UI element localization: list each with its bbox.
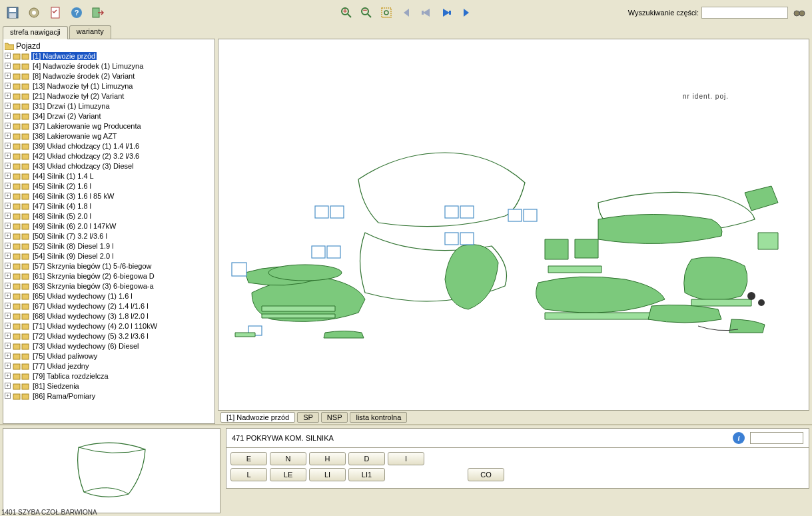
- tree-item[interactable]: +[50] Silnik (7) 3.2 l/3.6 l: [5, 231, 213, 241]
- op-button[interactable]: H: [309, 452, 346, 465]
- op-button[interactable]: I: [388, 452, 424, 465]
- tab-navigation[interactable]: strefa nawigacji: [3, 26, 68, 39]
- co-button[interactable]: CO: [468, 468, 504, 481]
- tree-view[interactable]: Pojazd +[1] Nadwozie przód+[4] Nadwozie …: [3, 39, 215, 424]
- tree-item[interactable]: +[77] Układ jezdny: [5, 361, 213, 371]
- binoculars-icon[interactable]: [791, 4, 808, 21]
- tree-item[interactable]: +[75] Układ paliwowy: [5, 351, 213, 361]
- tree-item[interactable]: +[72] Układ wydechowy (5) 3.2 l/3.6 l: [5, 331, 213, 341]
- tree-item[interactable]: +[45] Silnik (2) 1.6 l: [5, 181, 213, 191]
- expander-icon[interactable]: +: [5, 333, 11, 339]
- expander-icon[interactable]: +: [5, 363, 11, 369]
- tab-variants[interactable]: warianty: [69, 25, 111, 39]
- expander-icon[interactable]: +: [5, 133, 11, 139]
- canvas-tab-main[interactable]: [1] Nadwozie przód: [220, 412, 295, 423]
- tree-item[interactable]: +[44] Silnik (1) 1.4 L: [5, 171, 213, 181]
- canvas-tab-checklist[interactable]: lista kontrolna: [350, 412, 407, 423]
- tree-item[interactable]: +[39] Układ chłodzący (1) 1.4 l/1.6: [5, 141, 213, 151]
- tree-item[interactable]: +[63] Skrzynia biegów (3) 6-biegowa-a: [5, 281, 213, 291]
- tree-item[interactable]: +[81] Siedzenia: [5, 381, 213, 391]
- expander-icon[interactable]: +: [5, 213, 11, 219]
- expander-icon[interactable]: +: [5, 53, 11, 59]
- tree-item[interactable]: +[13] Nadwozie tył (1) Limuzyna: [5, 81, 213, 91]
- clipboard-check-icon[interactable]: [47, 4, 64, 21]
- expander-icon[interactable]: +: [5, 293, 11, 299]
- expander-icon[interactable]: +: [5, 263, 11, 269]
- expander-icon[interactable]: +: [5, 343, 11, 349]
- expander-icon[interactable]: +: [5, 93, 11, 99]
- nav-next-icon[interactable]: [438, 4, 455, 21]
- op-button[interactable]: L: [230, 468, 267, 481]
- op-button[interactable]: N: [270, 452, 306, 465]
- tree-item[interactable]: +[73] Układ wydechowy (6) Diesel: [5, 341, 213, 351]
- expander-icon[interactable]: +: [5, 223, 11, 229]
- expander-icon[interactable]: +: [5, 63, 11, 69]
- tree-item[interactable]: +[38] Lakierowanie wg AZT: [5, 131, 213, 141]
- tree-item[interactable]: +[8] Nadwozie środek (2) Variant: [5, 71, 213, 81]
- expander-icon[interactable]: +: [5, 323, 11, 329]
- zoom-fit-icon[interactable]: [378, 4, 395, 21]
- expander-icon[interactable]: +: [5, 153, 11, 159]
- expander-icon[interactable]: +: [5, 103, 11, 109]
- tree-item[interactable]: +[47] Silnik (4) 1.8 l: [5, 201, 213, 211]
- nav-last-icon[interactable]: [458, 4, 475, 21]
- expander-icon[interactable]: +: [5, 273, 11, 279]
- tree-item[interactable]: +[4] Nadwozie środek (1) Limuzyna: [5, 61, 213, 71]
- tree-item[interactable]: +[48] Silnik (5) 2.0 l: [5, 211, 213, 221]
- nav-prev-icon[interactable]: [418, 4, 435, 21]
- tree-item[interactable]: +[43] Układ chłodzący (3) Diesel: [5, 161, 213, 171]
- tree-item[interactable]: +[46] Silnik (3) 1.6 l 85 kW: [5, 191, 213, 201]
- expander-icon[interactable]: +: [5, 233, 11, 239]
- expander-icon[interactable]: +: [5, 203, 11, 209]
- expander-icon[interactable]: +: [5, 393, 11, 399]
- tree-item[interactable]: +[68] Układ wydechowy (3) 1.8 l/2.0 l: [5, 311, 213, 321]
- diagram-viewport[interactable]: nr ident. poj.: [218, 39, 809, 411]
- expander-icon[interactable]: +: [5, 173, 11, 179]
- expander-icon[interactable]: +: [5, 193, 11, 199]
- tree-item[interactable]: +[71] Układ wydechowy (4) 2.0 l 110kW: [5, 321, 213, 331]
- op-button[interactable]: LE: [270, 468, 306, 481]
- tree-item[interactable]: +[21] Nadwozie tył (2) Variant: [5, 91, 213, 101]
- expander-icon[interactable]: +: [5, 313, 11, 319]
- tree-item[interactable]: +[86] Rama/Pomiary: [5, 391, 213, 401]
- tree-item[interactable]: +[61] Skrzynia biegów (2) 6-biegowa D: [5, 271, 213, 281]
- tree-item[interactable]: +[31] Drzwi (1) Limuzyna: [5, 101, 213, 111]
- save-icon[interactable]: [4, 4, 21, 21]
- canvas-tab-nsp[interactable]: NSP: [321, 412, 348, 423]
- expander-icon[interactable]: +: [5, 83, 11, 89]
- op-button[interactable]: LI: [309, 468, 346, 481]
- canvas-tab-sp[interactable]: SP: [297, 412, 319, 423]
- search-input[interactable]: [701, 7, 788, 19]
- info-icon[interactable]: i: [733, 432, 745, 444]
- tree-item[interactable]: +[67] Układ wydechowy (2) 1.4 l/1.6 l: [5, 301, 213, 311]
- tree-item[interactable]: +[65] Układ wydechowy (1) 1.6 l: [5, 291, 213, 301]
- zoom-in-icon[interactable]: +: [338, 4, 355, 21]
- op-button[interactable]: E: [230, 452, 267, 465]
- expander-icon[interactable]: +: [5, 73, 11, 79]
- tree-item[interactable]: +[42] Układ chłodzący (2) 3.2 l/3.6: [5, 151, 213, 161]
- expander-icon[interactable]: +: [5, 373, 11, 379]
- part-code-input[interactable]: [750, 432, 803, 444]
- zoom-out-icon[interactable]: −: [358, 4, 375, 21]
- tree-item[interactable]: +[54] Silnik (9) Diesel 2.0 l: [5, 251, 213, 261]
- help-icon[interactable]: ?: [68, 4, 85, 21]
- expander-icon[interactable]: +: [5, 113, 11, 119]
- op-button[interactable]: D: [348, 452, 385, 465]
- tree-item[interactable]: +[79] Tablica rozdzielcza: [5, 371, 213, 381]
- expander-icon[interactable]: +: [5, 243, 11, 249]
- tree-item[interactable]: +[52] Silnik (8) Diesel 1.9 l: [5, 241, 213, 251]
- expander-icon[interactable]: +: [5, 143, 11, 149]
- expander-icon[interactable]: +: [5, 383, 11, 389]
- gear-icon[interactable]: [25, 4, 43, 21]
- expander-icon[interactable]: +: [5, 283, 11, 289]
- expander-icon[interactable]: +: [5, 163, 11, 169]
- expander-icon[interactable]: +: [5, 253, 11, 259]
- expander-icon[interactable]: +: [5, 303, 11, 309]
- tree-item[interactable]: +[57] Skrzynia biegów (1) 5-/6-biegow: [5, 261, 213, 271]
- tree-item[interactable]: +[1] Nadwozie przód: [5, 51, 213, 61]
- expander-icon[interactable]: +: [5, 123, 11, 129]
- nav-first-icon[interactable]: [398, 4, 415, 21]
- expander-icon[interactable]: +: [5, 183, 11, 189]
- op-button[interactable]: LI1: [348, 468, 385, 481]
- exit-icon[interactable]: [89, 4, 107, 21]
